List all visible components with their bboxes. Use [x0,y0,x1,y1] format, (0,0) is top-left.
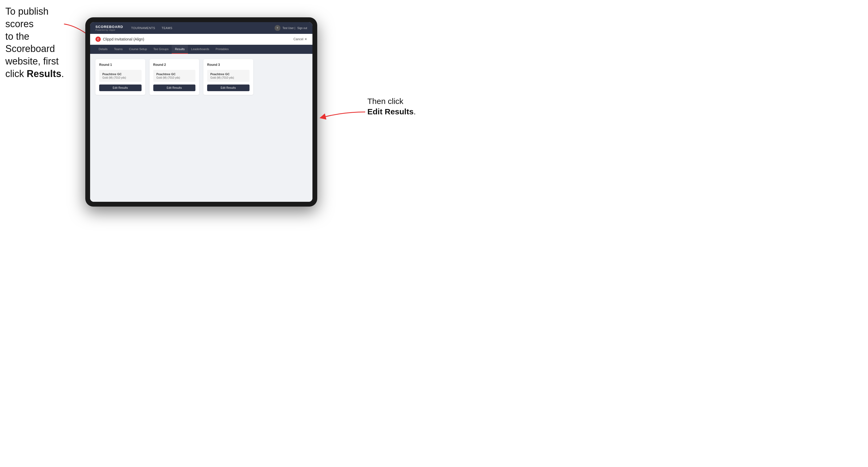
round-3-card: Round 3 Peachtree GC Gold (M) (7010 yds)… [204,59,253,95]
round-3-course-name: Peachtree GC [210,72,246,76]
main-content: Round 1 Peachtree GC Gold (M) (7010 yds)… [90,54,312,202]
logo-sub: Powered by clippd [95,29,123,31]
round-3-course-card: Peachtree GC Gold (M) (7010 yds) [207,70,250,82]
arrow-to-edit-results [317,104,368,125]
round-2-course-card: Peachtree GC Gold (M) (7010 yds) [153,70,196,82]
tablet-screen: SCOREBOARD Powered by clippd TOURNAMENTS… [90,22,312,202]
user-name: Test User | [283,27,296,30]
round-2-course-name: Peachtree GC [156,72,192,76]
tab-tee-groups[interactable]: Tee Groups [150,45,172,54]
edit-results-button-round-3[interactable]: Edit Results [207,85,250,91]
round-2-card: Round 2 Peachtree GC Gold (M) (7010 yds)… [150,59,199,95]
instruction-left: To publish scores to the Scoreboard webs… [5,5,77,80]
round-1-title: Round 1 [99,63,142,67]
tab-printables[interactable]: Printables [213,45,232,54]
tablet: SCOREBOARD Powered by clippd TOURNAMENTS… [85,17,317,207]
header-right: T Test User | Sign out [275,25,307,31]
tab-teams[interactable]: Teams [111,45,126,54]
tab-details[interactable]: Details [95,45,111,54]
logo-area: SCOREBOARD Powered by clippd [95,25,123,31]
user-avatar: T [275,25,280,31]
instruction-right: Then click Edit Results. [367,96,429,117]
tournament-title: Clippd Invitational (Align) [103,37,144,41]
tab-navigation: Details Teams Course Setup Tee Groups Re… [90,45,312,54]
round-2-course-detail: Gold (M) (7010 yds) [156,76,192,79]
round-1-course-detail: Gold (M) (7010 yds) [102,76,138,79]
logo-title: SCOREBOARD [95,25,123,29]
app-header: SCOREBOARD Powered by clippd TOURNAMENTS… [90,22,312,34]
edit-results-button-round-2[interactable]: Edit Results [153,85,196,91]
round-3-title: Round 3 [207,63,250,67]
cancel-button[interactable]: Cancel ✕ [293,37,307,41]
round-2-title: Round 2 [153,63,196,67]
nav-teams[interactable]: TEAMS [161,25,172,31]
nav-tournaments[interactable]: TOURNAMENTS [131,25,155,31]
round-1-card: Round 1 Peachtree GC Gold (M) (7010 yds)… [95,59,145,95]
tournament-name-area: C Clippd Invitational (Align) [95,36,144,42]
round-1-course-name: Peachtree GC [102,72,138,76]
edit-results-button-round-1[interactable]: Edit Results [99,85,142,91]
tournament-header: C Clippd Invitational (Align) Cancel ✕ [90,34,312,45]
sign-out-link[interactable]: Sign out [297,27,307,30]
tab-leaderboards[interactable]: Leaderboards [188,45,213,54]
tab-results[interactable]: Results [172,45,188,54]
round-1-course-card: Peachtree GC Gold (M) (7010 yds) [99,70,142,82]
tournament-icon: C [95,36,101,42]
tab-course-setup[interactable]: Course Setup [126,45,150,54]
nav-items: TOURNAMENTS TEAMS [131,25,275,31]
rounds-grid: Round 1 Peachtree GC Gold (M) (7010 yds)… [95,59,307,95]
empty-column [257,59,307,95]
round-3-course-detail: Gold (M) (7010 yds) [210,76,246,79]
